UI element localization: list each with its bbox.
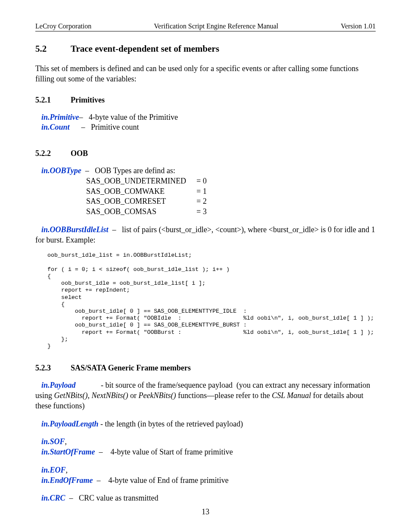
oob-type-value: = 2 xyxy=(196,196,207,207)
section-5-2-3-number: 5.2.3 xyxy=(35,364,71,373)
member-in-endofframe: in.EndOfFrame – 4-byte value of End of f… xyxy=(35,476,376,486)
header-left: LeCroy Corporation xyxy=(35,22,91,30)
member-desc: – 4-byte value of Start of frame primiti… xyxy=(95,448,233,456)
member-in-oobburstidlelist: in.OOBBurstIdleList – list of pairs (<bu… xyxy=(35,225,376,246)
text: , xyxy=(88,391,92,400)
oob-type-name: SAS_OOB_COMWAKE xyxy=(86,187,196,197)
section-5-2-heading: 5.2Trace event-dependent set of members xyxy=(35,44,376,54)
section-5-2-3-title: SAS/SATA Generic Frame members xyxy=(71,364,191,372)
ref-csl-manual: CSL Manual xyxy=(272,391,311,400)
member-name: in.EOF xyxy=(41,466,66,474)
text: , xyxy=(66,466,68,474)
member-name: in.SOF xyxy=(41,437,65,446)
section-5-2-intro: This set of members is defined and can b… xyxy=(35,64,376,84)
member-desc: - the length (in bytes of the retrieved … xyxy=(99,420,243,428)
code-block-oob-example: oob_burst_idle_list = in.OOBBurstIdleLis… xyxy=(47,252,376,350)
member-name: in.OOBType xyxy=(41,166,81,175)
oob-type-name: SAS_OOB_COMRESET xyxy=(86,196,196,207)
table-row: SAS_OOB_COMSAS = 3 xyxy=(86,207,376,217)
oob-types-table: SAS_OOB_UNDETERMINED = 0 SAS_OOB_COMWAKE… xyxy=(86,176,376,217)
section-5-2-1-title: Primitives xyxy=(71,96,105,104)
section-5-2-2-number: 5.2.2 xyxy=(35,149,71,158)
member-in-sof: in.SOF, xyxy=(35,437,376,447)
func-getnbits: GetNBits() xyxy=(54,391,88,400)
member-in-eof: in.EOF, xyxy=(35,465,376,476)
member-in-payloadlength: in.PayloadLength - the length (in bytes … xyxy=(35,419,376,429)
member-name: in.PayloadLength xyxy=(41,420,99,428)
member-name: in.EndOfFrame xyxy=(41,476,93,485)
section-5-2-2-title: OOB xyxy=(71,149,88,158)
oob-type-value: = 1 xyxy=(196,187,207,197)
section-5-2-title: Trace event-dependent set of members xyxy=(71,44,219,54)
member-desc: – CRC value as transmitted xyxy=(65,494,159,502)
section-5-2-1-heading: 5.2.1Primitives xyxy=(35,96,376,105)
member-in-oobtype: in.OOBType – OOB Types are defind as: xyxy=(35,166,376,176)
text: , xyxy=(65,437,67,446)
oob-type-name: SAS_OOB_COMSAS xyxy=(86,207,196,217)
section-5-2-number: 5.2 xyxy=(35,44,71,54)
oob-type-name: SAS_OOB_UNDETERMINED xyxy=(86,176,196,187)
section-5-2-1-number: 5.2.1 xyxy=(35,96,71,105)
member-in-crc: in.CRC – CRC value as transmitted xyxy=(35,493,376,504)
member-name: in.CRC xyxy=(41,494,65,502)
section-5-2-3-heading: 5.2.3SAS/SATA Generic Frame members xyxy=(35,364,376,373)
header-center: Verification Script Engine Reference Man… xyxy=(154,22,278,30)
page: LeCroy Corporation Verification Script E… xyxy=(0,0,411,532)
header-right: Version 1.01 xyxy=(341,22,376,30)
section-5-2-2-heading: 5.2.2OOB xyxy=(35,149,376,158)
member-name: in.Primitive xyxy=(41,113,79,121)
table-row: SAS_OOB_COMWAKE = 1 xyxy=(86,187,376,197)
oob-type-value: = 3 xyxy=(196,207,207,217)
page-number: 13 xyxy=(0,507,411,516)
text: or xyxy=(128,391,139,400)
member-in-count: in.Count – Primitive count xyxy=(35,122,376,133)
member-desc: – 4-byte value of End of frame primitive xyxy=(93,476,229,485)
member-name: in.OOBBurstIdleList xyxy=(35,225,109,234)
member-in-primitive: in.Primitive– 4-byte value of the Primit… xyxy=(35,112,376,123)
member-name: in.StartOfFrame xyxy=(41,448,95,456)
page-header: LeCroy Corporation Verification Script E… xyxy=(35,22,376,31)
member-in-payload: in.Payload - bit source of the frame/seq… xyxy=(35,380,376,411)
table-row: SAS_OOB_COMRESET = 2 xyxy=(86,196,376,207)
member-desc: – Primitive count xyxy=(70,123,139,131)
member-name: in.Count xyxy=(41,123,70,131)
member-name: in.Payload xyxy=(35,381,76,389)
text: functions—please refer to the xyxy=(176,391,271,400)
table-row: SAS_OOB_UNDETERMINED = 0 xyxy=(86,176,376,187)
func-peeknbits: PeekNBits() xyxy=(139,391,176,400)
member-desc: – OOB Types are defind as: xyxy=(81,166,175,175)
func-nextnbits: NextNBits() xyxy=(92,391,128,400)
member-desc: – 4-byte value of the Primitive xyxy=(79,113,178,121)
oob-type-value: = 0 xyxy=(196,176,207,187)
member-in-startofframe: in.StartOfFrame – 4-byte value of Start … xyxy=(35,447,376,457)
